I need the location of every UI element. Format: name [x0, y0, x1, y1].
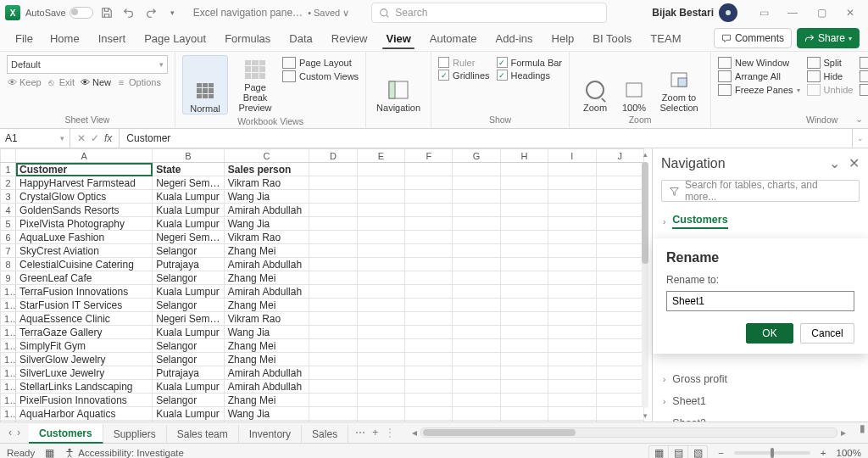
- zoom-100-button[interactable]: 100%: [615, 55, 653, 113]
- cell[interactable]: [309, 231, 357, 244]
- cell[interactable]: [405, 217, 453, 231]
- qat-dropdown-icon[interactable]: ▾: [164, 4, 181, 21]
- cell[interactable]: CrystalGlow Optics: [16, 190, 153, 204]
- cell[interactable]: PixelVista Photography: [16, 217, 153, 231]
- row-header[interactable]: 13: [1, 326, 16, 339]
- cell[interactable]: SilverGlow Jewelry: [16, 353, 153, 366]
- cell[interactable]: [405, 421, 453, 422]
- tab-help[interactable]: Help: [543, 28, 583, 48]
- sheet-tab[interactable]: Sales: [302, 425, 348, 443]
- cell[interactable]: [500, 339, 548, 353]
- column-header[interactable]: J: [596, 149, 643, 163]
- cell[interactable]: [405, 366, 453, 380]
- cell[interactable]: [596, 271, 643, 285]
- cell[interactable]: GreenLeaf Cafe: [16, 271, 153, 285]
- keep-button[interactable]: 👁Keep: [7, 77, 42, 87]
- scroll-up-icon[interactable]: ▴: [640, 150, 650, 159]
- cell[interactable]: AquaEssence Clinic: [16, 312, 153, 326]
- cell[interactable]: [453, 204, 500, 217]
- cell[interactable]: HappyHarvest Farmstead: [16, 176, 153, 190]
- formula-input[interactable]: Customer: [120, 132, 852, 144]
- cell[interactable]: Selangor: [153, 421, 225, 422]
- new-view-button[interactable]: 👁New: [80, 77, 111, 87]
- column-header[interactable]: D: [309, 149, 357, 163]
- sheet-tab[interactable]: Sales team: [167, 425, 239, 443]
- cell[interactable]: [405, 190, 453, 204]
- minimize-icon[interactable]: —: [780, 4, 805, 21]
- cell[interactable]: Kuala Lumpur: [153, 204, 225, 217]
- autosave-toggle[interactable]: AutoSave: [25, 7, 93, 19]
- unhide-button[interactable]: Unhide: [807, 84, 854, 96]
- sheet-view-dropdown[interactable]: Default▾: [7, 55, 168, 74]
- cell[interactable]: SkyCrest Aviation: [16, 244, 153, 258]
- cell[interactable]: [453, 407, 500, 421]
- cell[interactable]: [357, 217, 404, 231]
- cell[interactable]: Wang Jia: [224, 326, 309, 339]
- cell[interactable]: [309, 326, 357, 339]
- cell[interactable]: [596, 394, 643, 407]
- formula-bar-checkbox[interactable]: Formula Bar: [497, 57, 563, 68]
- tab-view[interactable]: View: [377, 28, 419, 48]
- cell[interactable]: [309, 353, 357, 366]
- cell[interactable]: Zhang Mei: [224, 394, 309, 407]
- cell[interactable]: TerraGaze Gallery: [16, 326, 153, 339]
- scroll-left-icon[interactable]: ◂: [409, 427, 420, 438]
- cell[interactable]: [453, 394, 500, 407]
- cell[interactable]: [548, 204, 596, 217]
- undo-icon[interactable]: [120, 4, 137, 21]
- cell[interactable]: AquaHarbor Aquatics: [16, 407, 153, 421]
- view-toggle[interactable]: ▦ ▤ ▧: [648, 445, 708, 458]
- row-header[interactable]: 18: [1, 394, 16, 407]
- cell[interactable]: [405, 285, 453, 299]
- cell[interactable]: Amirah Abdullah: [224, 204, 309, 217]
- horizontal-scrollbar[interactable]: ◂ ▸: [402, 422, 856, 443]
- cell[interactable]: [548, 339, 596, 353]
- column-header[interactable]: G: [453, 149, 500, 163]
- custom-views-button[interactable]: Custom Views: [282, 70, 359, 82]
- page-layout-button[interactable]: Page Layout: [282, 57, 359, 69]
- cell[interactable]: [500, 299, 548, 312]
- cell[interactable]: [453, 285, 500, 299]
- zoom-out-icon[interactable]: −: [718, 448, 724, 458]
- options-button[interactable]: ≡Options: [116, 77, 161, 87]
- cell[interactable]: [453, 366, 500, 380]
- cell[interactable]: [548, 421, 596, 422]
- cell[interactable]: Selangor: [153, 271, 225, 285]
- cell[interactable]: [500, 258, 548, 271]
- cell[interactable]: [405, 244, 453, 258]
- cell[interactable]: [500, 231, 548, 244]
- row-header[interactable]: 6: [1, 231, 16, 244]
- cell[interactable]: QuantumSphere Energy: [16, 421, 153, 422]
- cell[interactable]: [548, 394, 596, 407]
- cell[interactable]: [548, 217, 596, 231]
- cell[interactable]: StarFusion IT Services: [16, 299, 153, 312]
- cell[interactable]: Putrajaya: [153, 366, 225, 380]
- accessibility-status[interactable]: Accessibility: Investigate: [64, 448, 184, 458]
- cell[interactable]: Customer: [16, 163, 153, 176]
- cell[interactable]: [453, 244, 500, 258]
- cell[interactable]: GoldenSands Resorts: [16, 204, 153, 217]
- cell[interactable]: [548, 285, 596, 299]
- cell[interactable]: [357, 421, 404, 422]
- more-tabs-icon[interactable]: ⋯: [355, 427, 365, 438]
- cell[interactable]: [453, 326, 500, 339]
- row-header[interactable]: 11: [1, 299, 16, 312]
- cell[interactable]: State: [153, 163, 225, 176]
- add-sheet-icon[interactable]: +: [372, 427, 378, 438]
- column-header[interactable]: C: [224, 149, 309, 163]
- hide-button[interactable]: Hide: [807, 70, 854, 82]
- cell[interactable]: [309, 380, 357, 394]
- cell[interactable]: Negeri Sembilan: [153, 176, 225, 190]
- column-header[interactable]: F: [405, 149, 453, 163]
- window-misc-2[interactable]: [860, 70, 868, 82]
- sheet-tab[interactable]: Suppliers: [103, 425, 167, 443]
- cell[interactable]: [405, 407, 453, 421]
- cell[interactable]: [548, 190, 596, 204]
- cell[interactable]: [309, 339, 357, 353]
- cell[interactable]: Kuala Lumpur: [153, 380, 225, 394]
- row-header[interactable]: 16: [1, 366, 16, 380]
- cell[interactable]: [453, 353, 500, 366]
- cell[interactable]: [453, 217, 500, 231]
- cell[interactable]: [500, 366, 548, 380]
- cell[interactable]: [309, 299, 357, 312]
